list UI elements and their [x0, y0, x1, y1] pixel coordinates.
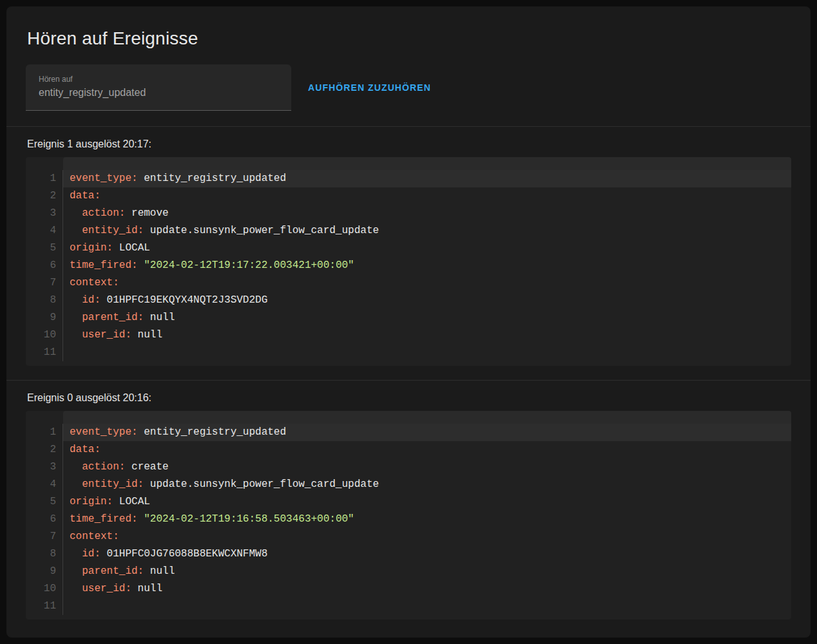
code-line: 4 entity_id: update.sunsynk_power_flow_c… — [26, 476, 791, 493]
line-number: 9 — [26, 309, 63, 327]
stop-listening-button[interactable]: AUFHÖREN ZUZUHÖREN — [303, 76, 436, 99]
code-line-content: event_type: entity_registry_updated — [63, 170, 791, 187]
event-yaml-code-block[interactable]: 1event_type: entity_registry_updated2dat… — [26, 157, 791, 366]
line-number: 1 — [26, 424, 63, 441]
code-line-content: id: 01HPFC19EKQYX4NQT2J3SVD2DG — [63, 292, 791, 309]
listen-events-panel: Hören auf Ereignisse Hören auf entity_re… — [6, 6, 811, 638]
code-line-content: context: — [63, 274, 791, 292]
event-type-input[interactable]: Hören auf entity_registry_updated — [26, 64, 291, 111]
code-line: 5origin: LOCAL — [26, 240, 791, 257]
page-title: Hören auf Ereignisse — [6, 6, 811, 49]
code-line-content: parent_id: null — [63, 563, 791, 580]
code-line-content: event_type: entity_registry_updated — [63, 424, 791, 441]
line-number: 8 — [26, 545, 63, 563]
line-number: 7 — [26, 274, 63, 292]
code-line: 2data: — [26, 441, 791, 459]
event-section: Ereignis 0 ausgelöst 20:16:1event_type: … — [6, 381, 811, 634]
listen-controls: Hören auf entity_registry_updated AUFHÖR… — [6, 49, 811, 126]
event-type-input-value: entity_registry_updated — [39, 87, 281, 99]
line-number: 9 — [26, 563, 63, 580]
code-line: 11 — [26, 344, 791, 361]
code-line-content: context: — [63, 528, 791, 545]
code-line-content: data: — [63, 187, 791, 205]
code-line-content — [63, 598, 791, 615]
code-line-content: action: remove — [63, 205, 791, 222]
code-line: 3 action: create — [26, 459, 791, 476]
code-line-content: user_id: null — [63, 580, 791, 598]
line-number: 11 — [26, 344, 63, 361]
code-top-padding — [63, 411, 791, 424]
line-number: 2 — [26, 187, 63, 205]
code-line-content: entity_id: update.sunsynk_power_flow_car… — [63, 222, 791, 240]
line-number: 7 — [26, 528, 63, 545]
line-number: 3 — [26, 459, 63, 476]
events-container: Ereignis 1 ausgelöst 20:17:1event_type: … — [6, 127, 811, 634]
code-line: 5origin: LOCAL — [26, 493, 791, 511]
line-number: 10 — [26, 327, 63, 344]
code-line: 2data: — [26, 187, 791, 205]
line-number: 5 — [26, 493, 63, 511]
code-line: 4 entity_id: update.sunsynk_power_flow_c… — [26, 222, 791, 240]
line-number: 4 — [26, 476, 63, 493]
code-line: 7context: — [26, 274, 791, 292]
code-line-content: entity_id: update.sunsynk_power_flow_car… — [63, 476, 791, 493]
code-line: 9 parent_id: null — [26, 563, 791, 580]
line-number: 8 — [26, 292, 63, 309]
code-line: 10 user_id: null — [26, 580, 791, 598]
line-number: 6 — [26, 257, 63, 274]
line-number: 3 — [26, 205, 63, 222]
code-line: 3 action: remove — [26, 205, 791, 222]
code-line: 6time_fired: "2024-02-12T19:17:22.003421… — [26, 257, 791, 274]
code-line: 7context: — [26, 528, 791, 545]
code-line-content: action: create — [63, 459, 791, 476]
code-line: 11 — [26, 598, 791, 615]
line-number: 11 — [26, 598, 63, 615]
line-number: 2 — [26, 441, 63, 459]
line-number: 1 — [26, 170, 63, 187]
code-line: 1event_type: entity_registry_updated — [26, 170, 791, 187]
code-line: 9 parent_id: null — [26, 309, 791, 327]
code-line: 8 id: 01HPFC0JG76088B8EKWCXNFMW8 — [26, 545, 791, 563]
code-line: 1event_type: entity_registry_updated — [26, 424, 791, 441]
code-line: 10 user_id: null — [26, 327, 791, 344]
line-number: 4 — [26, 222, 63, 240]
code-line-content: time_fired: "2024-02-12T19:16:58.503463+… — [63, 511, 791, 528]
event-type-input-label: Hören auf — [39, 75, 281, 84]
code-line: 8 id: 01HPFC19EKQYX4NQT2J3SVD2DG — [26, 292, 791, 309]
code-line-content: id: 01HPFC0JG76088B8EKWCXNFMW8 — [63, 545, 791, 563]
line-number: 5 — [26, 240, 63, 257]
code-line-content: origin: LOCAL — [63, 493, 791, 511]
code-line-content: user_id: null — [63, 327, 791, 344]
code-line-content: time_fired: "2024-02-12T19:17:22.003421+… — [63, 257, 791, 274]
event-heading: Ereignis 0 ausgelöst 20:16: — [27, 392, 791, 404]
line-number: 6 — [26, 511, 63, 528]
code-line-content: origin: LOCAL — [63, 240, 791, 257]
event-heading: Ereignis 1 ausgelöst 20:17: — [27, 138, 791, 150]
code-line-content: parent_id: null — [63, 309, 791, 327]
code-line-content — [63, 344, 791, 361]
code-line: 6time_fired: "2024-02-12T19:16:58.503463… — [26, 511, 791, 528]
line-number: 10 — [26, 580, 63, 598]
code-top-padding — [63, 157, 791, 170]
event-section: Ereignis 1 ausgelöst 20:17:1event_type: … — [6, 127, 811, 380]
event-yaml-code-block[interactable]: 1event_type: entity_registry_updated2dat… — [26, 411, 791, 620]
code-line-content: data: — [63, 441, 791, 459]
